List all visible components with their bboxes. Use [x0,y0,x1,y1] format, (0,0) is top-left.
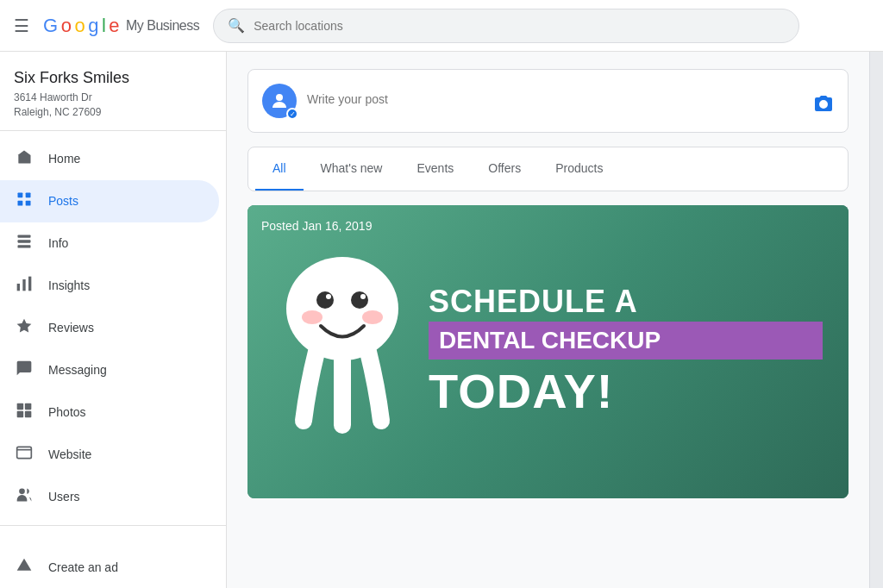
composer-avatar: ✓ [262,84,297,118]
dental-band: DENTAL CHECKUP [429,322,823,360]
tab-whats-new[interactable]: What's new [304,147,400,191]
tabs-bar: All What's new Events Offers Products [247,147,849,191]
tab-products[interactable]: Products [538,147,620,191]
tab-offers[interactable]: Offers [471,147,538,191]
sidebar-item-reviews[interactable]: Reviews [0,307,219,349]
home-icon [14,148,34,170]
main-layout: Six Forks Smiles 3614 Haworth Dr Raleigh… [0,52,883,588]
messaging-icon [14,360,34,381]
sidebar-divider [0,525,226,526]
logo-g: G [43,15,58,37]
business-address: 3614 Haworth Dr Raleigh, NC 27609 [14,91,212,120]
avatar-check-badge: ✓ [286,108,298,120]
composer-wrapper: 2 → ✓ [247,69,849,133]
tab-events[interactable]: Events [399,147,471,191]
insights-icon [14,275,34,297]
svg-point-23 [326,294,331,299]
users-label: Users [48,490,80,504]
svg-point-25 [302,310,323,324]
topbar: ☰ Google My Business 🔍 [0,0,883,52]
svg-point-26 [362,310,383,324]
tooth-graphic [273,240,429,464]
logo-l: l [102,15,105,37]
svg-point-24 [360,294,366,299]
svg-rect-2 [18,200,23,205]
dental-band-text: DENTAL CHECKUP [439,327,812,354]
sidebar-item-posts[interactable]: Posts 1 ← [0,180,219,222]
svg-rect-0 [18,192,23,197]
insights-label: Insights [48,278,90,292]
sidebar-item-info[interactable]: Info [0,222,219,265]
svg-rect-4 [18,235,31,237]
svg-rect-1 [26,192,31,197]
address-line2: Raleigh, NC 27609 [14,105,212,120]
tab-all[interactable]: All [255,147,304,191]
messaging-label: Messaging [48,363,107,377]
google-logo: Google My Business [43,15,199,37]
website-label: Website [48,447,91,461]
svg-rect-11 [25,403,32,410]
create-ad-label: Create an ad [48,560,118,574]
post-card: Posted Jan 16, 2019 [247,205,849,498]
svg-rect-8 [22,279,25,291]
svg-point-16 [19,488,25,494]
website-icon [14,444,34,466]
right-edge [869,52,883,588]
photos-icon [14,402,34,423]
create-ad-icon [14,557,34,579]
logo-e: e [109,15,119,37]
search-input[interactable] [254,19,785,33]
sidebar-nav: Home Posts 1 ← Info [0,131,226,540]
svg-rect-12 [17,410,24,417]
dental-text: SCHEDULE A DENTAL CHECKUP TODAY! [429,285,823,420]
svg-rect-6 [18,245,31,247]
sidebar: Six Forks Smiles 3614 Haworth Dr Raleigh… [0,52,227,588]
reviews-label: Reviews [48,321,94,335]
sidebar-item-home[interactable]: Home [0,138,219,180]
reviews-icon [14,317,34,339]
sidebar-bottom: Create an ad Add new location [0,540,226,588]
camera-icon[interactable] [813,93,834,118]
search-bar[interactable]: 🔍 [213,9,799,43]
svg-rect-5 [18,240,31,242]
logo-g2: g [88,15,98,37]
sidebar-item-messaging[interactable]: Messaging [0,349,219,391]
posts-label: Posts [48,194,78,208]
post-input[interactable] [307,84,803,115]
logo-o1: o [61,15,72,37]
address-line1: 3614 Haworth Dr [14,91,212,105]
sidebar-item-users[interactable]: Users [0,476,219,518]
dental-line1: SCHEDULE A [429,285,823,319]
logo-o2: o [74,15,85,37]
business-info: Six Forks Smiles 3614 Haworth Dr Raleigh… [0,52,226,131]
content-area: 2 → ✓ All What's new Events Offers Produ… [227,52,869,588]
svg-rect-10 [17,403,24,410]
photos-label: Photos [48,405,86,419]
sidebar-item-insights[interactable]: Insights [0,265,219,307]
post-composer[interactable]: ✓ [247,69,849,133]
users-icon [14,486,34,508]
sidebar-item-create-ad[interactable]: Create an ad [0,547,226,588]
app-name-label: My Business [126,18,199,34]
post-image: SCHEDULE A DENTAL CHECKUP TODAY! [247,205,849,498]
svg-rect-14 [17,447,32,458]
info-label: Info [48,236,68,250]
svg-point-20 [286,257,398,360]
svg-rect-13 [25,410,32,417]
svg-point-21 [316,291,334,309]
sidebar-item-photos[interactable]: Photos [0,391,219,434]
svg-point-19 [276,94,283,101]
svg-rect-7 [17,284,20,291]
business-name: Six Forks Smiles [14,69,212,87]
post-date: Posted Jan 16, 2019 [261,219,372,233]
sidebar-item-website[interactable]: Website [0,434,219,476]
svg-point-22 [351,291,368,309]
svg-rect-3 [26,200,31,205]
posts-icon [14,191,34,212]
search-icon: 🔍 [228,17,245,34]
dental-line3: TODAY! [429,363,823,419]
home-label: Home [48,152,80,166]
hamburger-menu-icon[interactable]: ☰ [14,16,29,36]
svg-rect-9 [28,276,31,291]
info-icon [14,233,34,254]
